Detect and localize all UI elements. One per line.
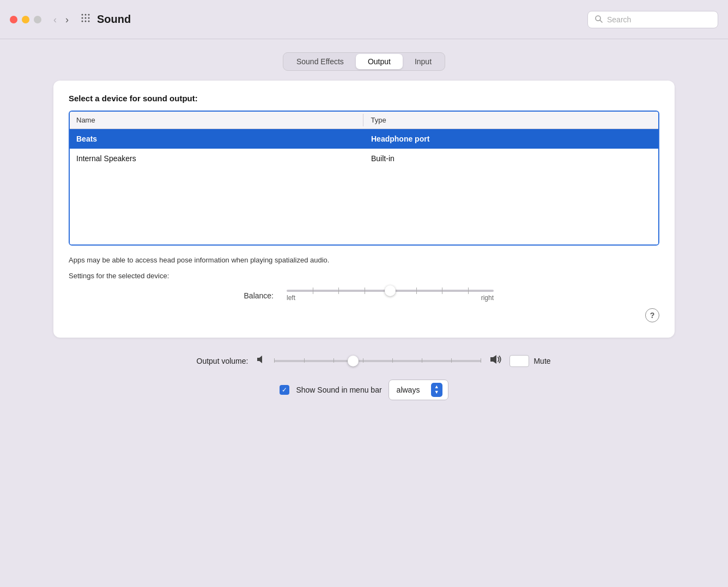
svg-marker-12 xyxy=(490,355,496,364)
balance-label: Balance: xyxy=(234,291,274,300)
tick xyxy=(304,358,305,363)
close-button[interactable] xyxy=(10,16,17,23)
search-bar[interactable] xyxy=(587,11,718,28)
volume-row: Output volume: xyxy=(56,353,672,369)
minimize-button[interactable] xyxy=(22,16,29,23)
svg-point-5 xyxy=(88,17,90,19)
search-icon xyxy=(594,15,603,25)
svg-marker-11 xyxy=(257,356,262,363)
cell-internal-name: Internal Speakers xyxy=(70,149,363,168)
show-sound-checkbox[interactable]: ✓ xyxy=(280,385,289,395)
tick xyxy=(422,358,422,363)
tick xyxy=(338,288,339,294)
cell-beats-name: Beats xyxy=(70,129,363,149)
vol-ticks xyxy=(274,360,481,362)
volume-slider[interactable] xyxy=(274,360,481,362)
volume-label: Output volume: xyxy=(177,357,248,365)
settings-label: Settings for the selected device: xyxy=(69,272,659,280)
grid-icon xyxy=(80,12,92,27)
tabs: Sound Effects Output Input xyxy=(283,52,445,71)
cell-beats-type: Headphone port xyxy=(363,129,658,149)
always-dropdown[interactable]: always ▲ ▼ xyxy=(389,380,448,400)
help-section: ? xyxy=(69,308,659,322)
tick xyxy=(451,358,452,363)
search-input[interactable] xyxy=(607,15,711,24)
window-title: Sound xyxy=(97,13,131,26)
svg-point-1 xyxy=(85,14,87,16)
title-bar: ‹ › Sound xyxy=(0,0,728,39)
balance-row: Balance: left right xyxy=(69,290,659,302)
tick xyxy=(468,288,469,294)
table-header: Name Type xyxy=(70,112,658,129)
tick xyxy=(365,288,365,294)
svg-point-6 xyxy=(82,21,83,22)
tab-output[interactable]: Output xyxy=(356,54,403,69)
table-row[interactable]: Internal Speakers Built-in xyxy=(70,149,658,168)
info-text: Apps may be able to access head pose inf… xyxy=(69,255,659,265)
bottom-controls: Output volume: xyxy=(53,353,675,400)
always-text: always xyxy=(397,386,428,394)
tick xyxy=(363,358,363,363)
table-row[interactable]: Beats Headphone port xyxy=(70,129,658,149)
tick xyxy=(274,358,275,363)
balance-right-label: right xyxy=(481,294,494,302)
show-sound-label: Show Sound in menu bar xyxy=(296,386,381,394)
maximize-button[interactable] xyxy=(34,16,41,23)
forward-button[interactable]: › xyxy=(62,14,72,26)
empty-rows xyxy=(70,168,658,244)
main-content: Sound Effects Output Input Select a devi… xyxy=(0,39,728,587)
svg-line-10 xyxy=(600,20,602,22)
svg-point-3 xyxy=(82,17,83,19)
device-table: Name Type Beats Headphone port Internal … xyxy=(69,111,659,246)
back-button[interactable]: ‹ xyxy=(50,14,60,26)
balance-left-label: left xyxy=(287,294,295,302)
svg-point-8 xyxy=(88,21,90,22)
tick xyxy=(333,358,334,363)
help-button[interactable]: ? xyxy=(645,308,659,322)
dropdown-arrows-icon: ▲ ▼ xyxy=(431,383,442,397)
balance-thumb[interactable] xyxy=(385,285,396,296)
mute-checkbox[interactable] xyxy=(509,355,529,367)
mute-label: Mute xyxy=(533,357,550,365)
chevron-down-icon: ▼ xyxy=(434,390,439,395)
output-panel: Select a device for sound output: Name T… xyxy=(53,81,675,338)
balance-track xyxy=(287,290,494,292)
panel-heading: Select a device for sound output: xyxy=(69,94,659,103)
window-controls xyxy=(10,16,41,23)
col-type-header: Type xyxy=(363,112,659,129)
tick xyxy=(481,358,481,363)
tab-sound-effects[interactable]: Sound Effects xyxy=(284,54,356,69)
tick xyxy=(442,288,442,294)
volume-low-icon xyxy=(256,354,266,368)
mute-area: Mute xyxy=(509,355,550,367)
tick xyxy=(392,358,393,363)
balance-slider[interactable] xyxy=(287,290,494,292)
col-name-header: Name xyxy=(70,112,363,129)
cell-internal-type: Built-in xyxy=(363,149,658,168)
table-body: Beats Headphone port Internal Speakers B… xyxy=(70,129,658,244)
nav-arrows: ‹ › xyxy=(50,14,72,26)
show-sound-row: ✓ Show Sound in menu bar always ▲ ▼ xyxy=(56,380,672,400)
volume-high-icon xyxy=(489,353,502,369)
svg-point-7 xyxy=(85,21,87,22)
svg-point-0 xyxy=(82,14,83,16)
tick xyxy=(416,288,417,294)
svg-point-4 xyxy=(85,17,87,19)
tab-input[interactable]: Input xyxy=(403,54,444,69)
tick xyxy=(313,288,313,294)
volume-thumb[interactable] xyxy=(348,356,359,366)
svg-point-2 xyxy=(88,14,90,16)
